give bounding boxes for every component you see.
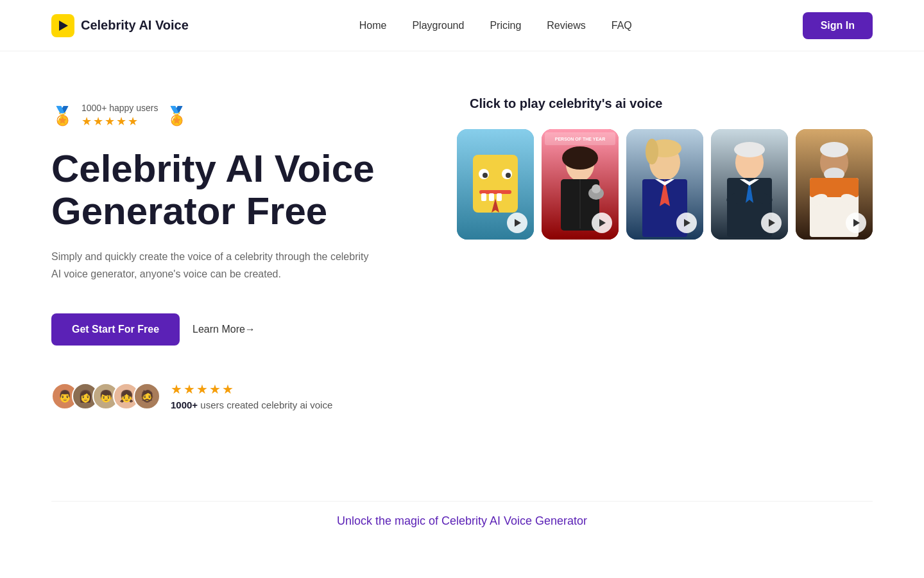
badge-stars: ★★★★★	[81, 114, 158, 128]
play-icon-spongebob	[507, 213, 527, 233]
celeb-card-biden[interactable]	[711, 129, 788, 240]
hero-subtext: Simply and quickly create the voice of a…	[51, 248, 372, 283]
svg-rect-8	[481, 193, 486, 201]
svg-point-6	[506, 173, 511, 178]
celeb-card-modi[interactable]	[796, 129, 873, 240]
hero-headline: Celebrity AI Voice Generator Free	[51, 148, 431, 232]
brand-name: Celebrity AI Voice	[81, 18, 189, 33]
nav-brand[interactable]: Celebrity AI Voice	[51, 14, 189, 37]
svg-point-33	[734, 142, 765, 157]
cta-row: Get Start For Free Learn More→	[51, 313, 431, 346]
social-proof-row: 👨 👩 👦 👧 🧔 ★★★★★ 1000+ users created cele…	[51, 381, 431, 410]
laurel-right: 🏅	[166, 105, 188, 127]
celebrity-grid: PERSON OF THE YEAR	[457, 129, 873, 240]
play-icon-biden	[761, 213, 782, 233]
svg-point-26	[646, 139, 658, 164]
bottom-banner: Unlock the magic of Celebrity AI Voice G…	[0, 502, 924, 541]
laurel-left: 🏅	[51, 105, 74, 127]
svg-point-42	[820, 142, 848, 157]
user-count-number: 1000+	[171, 399, 198, 410]
celeb-card-taylor[interactable]: PERSON OF THE YEAR	[542, 129, 619, 240]
get-start-button[interactable]: Get Start For Free	[51, 313, 180, 346]
user-stars: ★★★★★	[171, 381, 332, 397]
click-label: Click to play celebrity's ai voice	[470, 96, 662, 111]
svg-point-17	[562, 146, 598, 170]
play-icon-modi	[846, 213, 866, 233]
svg-rect-9	[489, 193, 494, 201]
nav-reviews[interactable]: Reviews	[547, 20, 585, 31]
nav-home[interactable]: Home	[359, 20, 387, 31]
user-info: ★★★★★ 1000+ users created celebrity ai v…	[171, 381, 332, 410]
nav-faq[interactable]: FAQ	[612, 20, 632, 31]
navbar: Celebrity AI Voice Home Playground Prici…	[0, 0, 924, 51]
svg-marker-0	[59, 21, 68, 31]
svg-rect-10	[497, 193, 502, 201]
sign-in-button[interactable]: Sign In	[803, 12, 873, 39]
hero-right: Click to play celebrity's ai voice	[457, 90, 873, 240]
badge-info: 1000+ happy users ★★★★★	[81, 103, 158, 128]
play-icon-trump	[676, 213, 697, 233]
svg-point-21	[592, 184, 601, 193]
badge-text: 1000+ happy users	[81, 103, 158, 113]
svg-rect-45	[810, 178, 859, 197]
svg-text:PERSON OF THE YEAR: PERSON OF THE YEAR	[555, 137, 605, 141]
user-count-text: users created celebrity ai voice	[200, 399, 332, 410]
svg-marker-12	[515, 219, 521, 227]
hero-left: 🏅 1000+ happy users ★★★★★ 🏅 Celebrity AI…	[51, 90, 431, 410]
hero-section: 🏅 1000+ happy users ★★★★★ 🏅 Celebrity AI…	[0, 51, 924, 501]
nav-playground[interactable]: Playground	[412, 20, 464, 31]
celeb-card-trump[interactable]	[626, 129, 703, 240]
svg-marker-39	[769, 219, 775, 227]
play-icon-taylor	[592, 213, 612, 233]
svg-marker-30	[684, 219, 690, 227]
nav-links: Home Playground Pricing Reviews FAQ	[359, 20, 632, 31]
bottom-banner-text: Unlock the magic of Celebrity AI Voice G…	[337, 514, 587, 527]
celeb-card-spongebob[interactable]	[457, 129, 534, 240]
svg-marker-48	[853, 219, 860, 227]
user-count: 1000+ users created celebrity ai voice	[171, 399, 332, 410]
svg-marker-22	[599, 219, 606, 227]
badge-row: 🏅 1000+ happy users ★★★★★ 🏅	[51, 103, 431, 128]
avatar-5: 🧔	[133, 383, 160, 410]
nav-pricing[interactable]: Pricing	[490, 20, 521, 31]
svg-point-5	[483, 173, 488, 178]
learn-more-link[interactable]: Learn More→	[193, 324, 255, 335]
logo-icon	[51, 14, 74, 37]
avatar-group: 👨 👩 👦 👧 🧔	[51, 383, 160, 410]
